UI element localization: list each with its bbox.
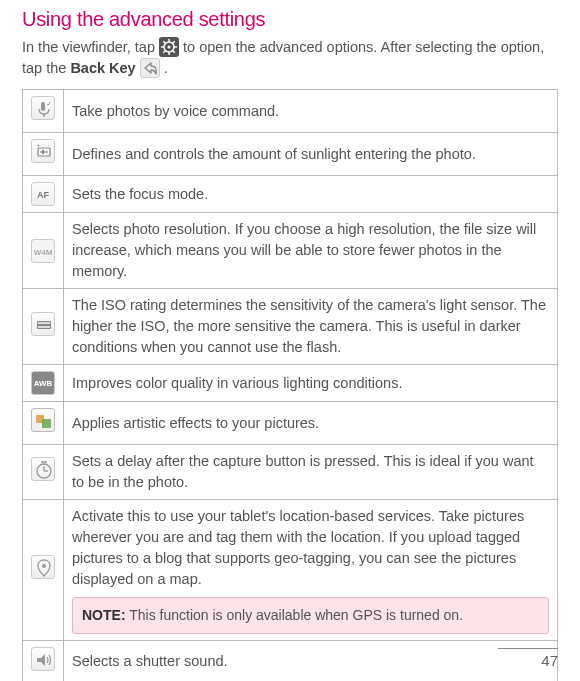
setting-desc: Selects photo resolution. If you choose … — [64, 213, 558, 289]
svg-line-7 — [173, 51, 175, 53]
svg-rect-14 — [42, 150, 44, 154]
back-key-icon — [140, 58, 160, 78]
table-row: +- Defines and controls the amount of su… — [23, 133, 558, 176]
table-row: AF Sets the focus mode. — [23, 176, 558, 213]
brightness-icon: +- — [31, 139, 55, 163]
table-row: Take photos by voice command. — [23, 90, 558, 133]
setting-desc: Improves color quality in various lighti… — [64, 365, 558, 402]
setting-desc: Sets a delay after the capture button is… — [64, 445, 558, 500]
shutter-sound-icon — [31, 647, 55, 671]
focus-icon: AF — [31, 182, 55, 206]
table-row: AWB Improves color quality in various li… — [23, 365, 558, 402]
iso-icon — [31, 312, 55, 336]
icon-label: AF — [37, 190, 49, 200]
table-row: The ISO rating determines the sensitivit… — [23, 289, 558, 365]
page-number: 47 — [498, 652, 558, 669]
setting-desc: Applies artistic effects to your picture… — [64, 402, 558, 445]
table-row: W4M Selects photo resolution. If you cho… — [23, 213, 558, 289]
svg-text:+: + — [37, 142, 40, 148]
icon-label: W4M — [34, 248, 53, 257]
table-row: Activate this to use your tablet's locat… — [23, 500, 558, 640]
table-row: Applies artistic effects to your picture… — [23, 402, 558, 445]
geotag-icon — [31, 555, 55, 579]
svg-text:-: - — [48, 142, 50, 148]
setting-desc: Defines and controls the amount of sunli… — [64, 133, 558, 176]
svg-line-8 — [163, 51, 165, 53]
svg-line-6 — [163, 41, 165, 43]
setting-desc: The ISO rating determines the sensitivit… — [64, 289, 558, 365]
svg-rect-18 — [38, 322, 50, 324]
page-title: Using the advanced settings — [22, 8, 558, 31]
svg-rect-21 — [42, 419, 51, 428]
setting-desc: Take photos by voice command. — [64, 90, 558, 133]
settings-table: Take photos by voice command. +- Defines… — [22, 89, 558, 681]
svg-rect-10 — [41, 102, 45, 111]
gear-icon — [159, 37, 179, 57]
intro-part-3: . — [164, 60, 168, 76]
setting-desc: Sets the focus mode. — [64, 176, 558, 213]
note-box: NOTE: This function is only available wh… — [72, 597, 549, 633]
voice-icon — [31, 96, 55, 120]
svg-rect-19 — [38, 326, 50, 328]
effects-icon — [31, 408, 55, 432]
back-key-label: Back Key — [70, 60, 135, 76]
icon-label: AWB — [34, 379, 53, 388]
timer-icon — [31, 457, 55, 481]
setting-desc: Activate this to use your tablet's locat… — [64, 500, 558, 640]
note-text: This function is only available when GPS… — [126, 607, 463, 623]
resolution-icon: W4M — [31, 239, 55, 263]
table-row: Sets a delay after the capture button is… — [23, 445, 558, 500]
note-label: NOTE: — [82, 607, 126, 623]
svg-point-1 — [168, 46, 171, 49]
page-number-area: 47 — [498, 648, 558, 669]
geotag-desc-text: Activate this to use your tablet's locat… — [72, 508, 524, 587]
table-row: Selects a shutter sound. — [23, 640, 558, 681]
setting-desc: Selects a shutter sound. — [64, 640, 558, 681]
intro-part-1: In the viewfinder, tap — [22, 39, 159, 55]
intro-text: In the viewfinder, tap to open the advan… — [22, 37, 558, 79]
svg-line-9 — [173, 41, 175, 43]
svg-point-26 — [42, 564, 46, 568]
awb-icon: AWB — [31, 371, 55, 395]
